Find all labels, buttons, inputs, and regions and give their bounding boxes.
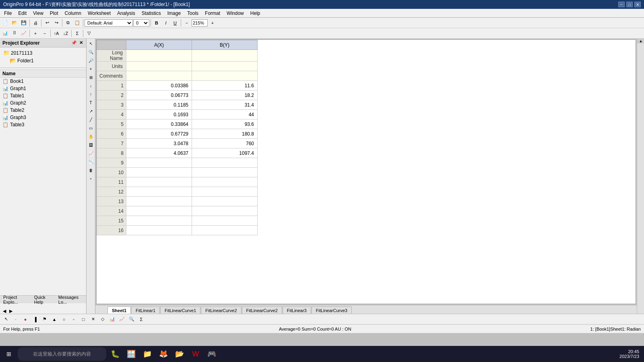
units-b[interactable]	[192, 62, 258, 71]
pe-item-graph1[interactable]: 📊 Graph1	[0, 85, 86, 92]
tab-project-explorer[interactable]: Project Explo...	[0, 295, 31, 304]
new-button[interactable]: 📄	[1, 19, 10, 27]
cross-btn[interactable]: ✕	[89, 315, 97, 324]
cell-10a[interactable]	[126, 168, 192, 177]
menu-column[interactable]: Column	[62, 9, 85, 18]
red-dot-btn[interactable]: ●	[21, 315, 30, 324]
comments-b[interactable]	[192, 71, 258, 81]
col-a-header[interactable]: A(X)	[126, 40, 192, 50]
scatter-btn[interactable]: ⠿	[10, 29, 19, 38]
menu-format[interactable]: Format	[202, 9, 223, 18]
cell-9b[interactable]	[192, 158, 258, 168]
long-name-a[interactable]	[126, 50, 192, 62]
taskbar-icon-6[interactable]: W	[188, 347, 203, 361]
pointer-btn[interactable]: ↖	[2, 315, 10, 324]
italic-button[interactable]: I	[161, 19, 170, 27]
cell-2b[interactable]: 18.2	[192, 90, 258, 100]
col-b-header[interactable]: B(Y)	[192, 40, 258, 50]
sort-desc-btn[interactable]: ↓Z	[61, 29, 70, 38]
pe-item-book1[interactable]: 📋 Book1	[0, 78, 86, 85]
minimize-button[interactable]: −	[618, 2, 625, 7]
cell-16b[interactable]	[192, 226, 258, 235]
cell-16a[interactable]	[126, 226, 192, 235]
pe-pin-btn[interactable]: 📌	[70, 40, 78, 45]
menu-file[interactable]: File	[1, 9, 15, 18]
open-button[interactable]: 📂	[10, 19, 19, 27]
text-tool[interactable]: T	[87, 99, 95, 107]
underline-button[interactable]: U	[171, 19, 180, 27]
menu-view[interactable]: View	[30, 9, 47, 18]
down-tool[interactable]: ↓	[87, 82, 95, 90]
hand-tool[interactable]: ✋	[87, 132, 95, 140]
cell-7a[interactable]: 3.0478	[126, 139, 192, 148]
cell-9a[interactable]	[126, 158, 192, 168]
flag-btn[interactable]: ⚑	[40, 315, 49, 324]
line-tool[interactable]: ╱	[87, 115, 95, 123]
arrow-tool[interactable]: ↗	[87, 107, 95, 115]
pointer-tool[interactable]: ↖	[87, 39, 95, 47]
cell-8b[interactable]: 1097.4	[192, 148, 258, 158]
print-button[interactable]: 🖨	[31, 19, 40, 27]
taskbar-icon-3[interactable]: 📁	[140, 347, 155, 361]
cell-15b[interactable]	[192, 216, 258, 226]
cell-6b[interactable]: 180.8	[192, 129, 258, 139]
add-col-btn[interactable]: +	[31, 29, 40, 38]
tab-quick-help[interactable]: Quick Help	[31, 295, 55, 304]
line-btn[interactable]: 📈	[19, 29, 28, 38]
cell-4b[interactable]: 44	[192, 110, 258, 119]
tab-messages-log[interactable]: Messages Lo...	[55, 295, 86, 304]
menu-analysis[interactable]: Analysis	[114, 9, 138, 18]
cell-11b[interactable]	[192, 177, 258, 187]
stats-btn[interactable]: Σ	[73, 29, 82, 38]
graph2-btn[interactable]: 📈	[118, 315, 126, 324]
cell-12b[interactable]	[192, 187, 258, 197]
tab-fitlinearcurve2b[interactable]: FitLinearCurve2	[242, 306, 282, 314]
cell-8a[interactable]: 4.0637	[126, 148, 192, 158]
graph-btn[interactable]: 📊	[1, 29, 10, 38]
cell-7b[interactable]: 760	[192, 139, 258, 148]
paste-button[interactable]: 📋	[73, 19, 82, 27]
taskbar-icon-5[interactable]: 📂	[172, 347, 187, 361]
up-tool[interactable]: ↑	[87, 90, 95, 98]
cell-3a[interactable]: 0.1185	[126, 100, 192, 110]
pe-item-table2[interactable]: 📋 Table2	[0, 107, 86, 114]
redo-button[interactable]: ↪	[52, 19, 61, 27]
zoom-out-tool[interactable]: 🔎	[87, 56, 95, 64]
bold-button[interactable]: B	[152, 19, 161, 27]
cell-1b[interactable]: 11.6	[192, 81, 258, 90]
sort-asc-btn[interactable]: ↑A	[52, 29, 61, 38]
taskbar-icon-2[interactable]: 🪟	[124, 347, 138, 361]
cell-5b[interactable]: 93.6	[192, 119, 258, 129]
zoom-out[interactable]: −	[182, 19, 191, 27]
zoom2-btn[interactable]: 🔍	[127, 315, 136, 324]
taskbar-icon-1[interactable]: 🐛	[108, 347, 122, 361]
cell-2a[interactable]: 0.06773	[126, 90, 192, 100]
cell-13b[interactable]	[192, 197, 258, 206]
stat2-btn[interactable]: Σ	[137, 315, 146, 324]
menu-statistics[interactable]: Statistics	[138, 9, 164, 18]
cell-12a[interactable]	[126, 187, 192, 197]
tab-fitlinearcurve1[interactable]: FitLinearCurve1	[160, 306, 200, 314]
spreadsheet[interactable]: A(X) B(Y) Long Name Units	[96, 39, 636, 304]
start-button[interactable]: ⊞	[2, 347, 16, 361]
dotted-btn[interactable]: ·	[11, 315, 20, 324]
filter-btn[interactable]: ▽	[85, 29, 93, 38]
circle-btn[interactable]: ○	[60, 315, 68, 324]
folder-20171113[interactable]: 📁 20171113	[2, 49, 85, 57]
cell-14a[interactable]	[126, 206, 192, 216]
tab-sheet1[interactable]: Sheet1	[107, 306, 131, 314]
undo-button[interactable]: ↩	[43, 19, 52, 27]
delete-tool[interactable]: 🗑	[87, 166, 95, 174]
font-size-select[interactable]: 0	[133, 19, 149, 27]
cell-6a[interactable]: 0.67729	[126, 129, 192, 139]
cell-5a[interactable]: 0.33864	[126, 119, 192, 129]
cell-14b[interactable]	[192, 206, 258, 216]
menu-image[interactable]: Image	[164, 9, 184, 18]
search-bar[interactable]: 在这里输入你要搜索的内容	[18, 347, 106, 361]
diamond-btn[interactable]: ◇	[98, 315, 107, 324]
zoom-tool[interactable]: 🔍	[87, 48, 95, 56]
taskbar-icon-4[interactable]: 🦊	[156, 347, 171, 361]
right-scroll-up[interactable]: ▲	[637, 39, 644, 43]
font-select[interactable]: Default: Arial	[85, 19, 133, 27]
taskbar-icon-7[interactable]: 🎮	[204, 347, 219, 361]
